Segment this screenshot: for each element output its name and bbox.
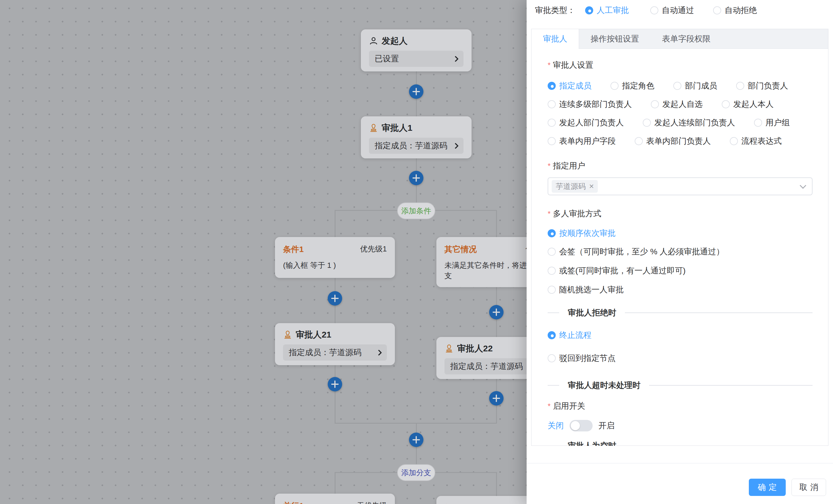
radio-icon[interactable] (585, 6, 593, 15)
option-initiator-self[interactable]: 发起人本人 (722, 99, 774, 110)
radio-icon[interactable] (548, 248, 556, 256)
node-condition1[interactable]: 条件1 优先级1 (输入框 等于 1 ) (275, 237, 395, 278)
node-summary: 指定成员：芋道源码 (375, 140, 447, 151)
add-node-button[interactable] (489, 391, 503, 405)
radio-icon[interactable] (736, 82, 744, 90)
node-summary-row[interactable]: 已设置 (369, 51, 463, 67)
stamp-icon (369, 123, 378, 132)
node-summary-row[interactable]: 指定成员：芋道源码 (283, 345, 387, 360)
radio-icon[interactable] (548, 82, 556, 90)
option-process-expression[interactable]: 流程表达式 (730, 136, 782, 147)
radio-icon[interactable] (730, 137, 738, 145)
option-initiator-select[interactable]: 发起人自选 (651, 99, 703, 110)
radio-icon[interactable] (713, 6, 721, 15)
enable-toggle[interactable] (570, 420, 593, 431)
multi-mode-option-random[interactable]: 随机挑选一人审批 (548, 283, 812, 296)
add-branch-badge[interactable]: 添加分支 (397, 464, 435, 481)
tag-close-icon[interactable]: × (589, 182, 594, 191)
branch-merge-line (335, 423, 497, 424)
approver-setting-row4: 表单内用户字段 表单内部门负责人 流程表达式 (548, 135, 812, 148)
node-summary: 已设置 (375, 53, 399, 64)
add-node-button[interactable] (409, 171, 423, 185)
option-initiator-dept-leader[interactable]: 发起人部门负责人 (548, 117, 624, 128)
timeout-section-title: 审批人超时未处理时 (568, 380, 640, 391)
node-summary-row[interactable]: 指定成员：芋道源码 (369, 138, 463, 154)
node-title: 审批人1 (382, 122, 412, 134)
radio-icon[interactable] (650, 6, 658, 15)
node-approver1[interactable]: 审批人1 指定成员：芋道源码 (361, 116, 472, 158)
radio-icon[interactable] (548, 354, 556, 362)
add-node-button[interactable] (328, 291, 342, 306)
radio-icon[interactable] (754, 119, 762, 127)
option-assigned-member[interactable]: 指定成员 (548, 80, 592, 91)
condition-title: 条件1 (283, 244, 304, 255)
option-multi-level-dept-leader[interactable]: 连续多级部门负责人 (548, 99, 632, 110)
option-form-dept-leader[interactable]: 表单内部门负责人 (635, 136, 711, 147)
radio-icon[interactable] (548, 229, 556, 237)
approval-type-option-manual[interactable]: 人工审批 (585, 5, 629, 16)
option-dept-leader[interactable]: 部门负责人 (736, 80, 788, 91)
confirm-button[interactable]: 确定 (749, 479, 786, 496)
chevron-down-icon[interactable] (800, 182, 807, 189)
add-condition-badge[interactable]: 添加条件 (397, 202, 435, 219)
approval-type-row: 审批类型： 人工审批 自动通过 自动拒绝 (535, 3, 757, 17)
radio-icon[interactable] (548, 267, 556, 275)
radio-icon[interactable] (548, 137, 556, 145)
approver-setting-label: *审批人设置 (548, 59, 812, 71)
assign-user-select[interactable]: 芋道源码 × (548, 177, 812, 195)
node-title: 发起人 (382, 35, 408, 47)
person-icon (369, 36, 378, 46)
radio-icon[interactable] (548, 331, 556, 339)
stamp-icon (445, 344, 454, 353)
reject-option-terminate[interactable]: 终止流程 (548, 329, 812, 342)
add-node-button[interactable] (409, 84, 423, 99)
switch-off-label: 关闭 (548, 420, 564, 431)
node-approver21[interactable]: 审批人21 指定成员：芋道源码 (275, 323, 395, 365)
approval-type-option-auto-pass[interactable]: 自动通过 (650, 5, 694, 16)
radio-icon[interactable] (651, 100, 659, 108)
option-dept-member[interactable]: 部门成员 (673, 80, 717, 91)
radio-icon[interactable] (548, 286, 556, 294)
required-asterisk: * (548, 61, 550, 69)
empty-section-divider: 审批人为空时 (548, 439, 812, 446)
radio-icon[interactable] (722, 100, 730, 108)
option-user-group[interactable]: 用户组 (754, 117, 790, 128)
radio-icon[interactable] (548, 100, 556, 108)
required-asterisk: * (548, 402, 550, 410)
radio-icon[interactable] (611, 82, 619, 90)
reject-section-title: 审批人拒绝时 (568, 307, 616, 318)
radio-icon[interactable] (673, 82, 682, 90)
radio-icon[interactable] (643, 119, 651, 127)
add-node-button[interactable] (328, 377, 342, 392)
cancel-button[interactable]: 取消 (791, 479, 826, 496)
option-assigned-role[interactable]: 指定角色 (611, 80, 654, 91)
option-form-user-field[interactable]: 表单内用户字段 (548, 136, 616, 147)
multi-mode-option-countersign[interactable]: 会签（可同时审批，至少 % 人必须审批通过） (548, 245, 812, 258)
add-node-button[interactable] (489, 305, 503, 320)
user-tag: 芋道源码 × (552, 180, 598, 193)
tabs-header: 审批人 操作按钮设置 表单字段权限 (531, 29, 828, 49)
tab-approver[interactable]: 审批人 (531, 29, 579, 49)
multi-mode-option-orsign[interactable]: 或签(可同时审批，有一人通过即可) (548, 264, 812, 277)
node-title: 审批人22 (457, 343, 493, 355)
approver-setting-row1: 指定成员 指定角色 部门成员 部门负责人 (548, 79, 812, 92)
radio-icon[interactable] (635, 137, 643, 145)
tab-form-field-permission[interactable]: 表单字段权限 (650, 29, 722, 49)
option-initiator-multi-dept-leader[interactable]: 发起人连续部门负责人 (643, 117, 735, 128)
add-branch-label: 添加分支 (401, 468, 431, 478)
tab-action-buttons[interactable]: 操作按钮设置 (579, 29, 650, 49)
node-parallel1[interactable]: 并行1 无优先级 (275, 494, 395, 504)
radio-icon[interactable] (548, 119, 556, 127)
add-node-button[interactable] (409, 433, 423, 447)
approval-type-option-auto-reject[interactable]: 自动拒绝 (713, 5, 757, 16)
approver-setting-row2: 连续多级部门负责人 发起人自选 发起人本人 (548, 98, 812, 110)
condition-priority: 优先级1 (360, 244, 387, 254)
node-initiator[interactable]: 发起人 已设置 (361, 29, 472, 71)
reject-option-return-node[interactable]: 驳回到指定节点 (548, 352, 812, 364)
multi-mode-option-sequential[interactable]: 按顺序依次审批 (548, 227, 812, 240)
tab-panel-approver: *审批人设置 指定成员 指定角色 部门成员 部门负责人 连续多级部门负责人 发起… (531, 49, 828, 446)
assign-user-label: *指定用户 (548, 160, 812, 172)
approver-setting-row3: 发起人部门负责人 发起人连续部门负责人 用户组 (548, 116, 812, 129)
multi-mode-label: *多人审批方式 (548, 208, 812, 220)
footer-divider (527, 463, 833, 463)
